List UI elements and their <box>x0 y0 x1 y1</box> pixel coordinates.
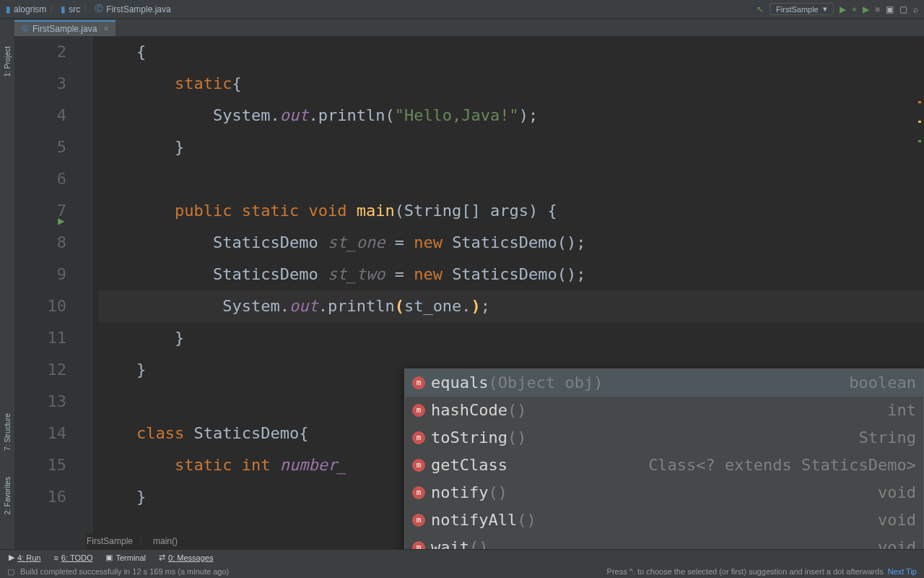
build-status: Build completed successfully in 12 s 169… <box>20 567 607 576</box>
line-number: 13 <box>14 386 66 418</box>
run-line-icon[interactable]: ▶ <box>58 205 65 237</box>
crumb-method[interactable]: main() <box>153 536 178 546</box>
chevron-right-icon: 〉 <box>83 3 92 15</box>
stop-icon[interactable]: ■ <box>875 4 880 14</box>
line-number: 12 <box>14 354 66 386</box>
method-icon: m <box>412 376 425 389</box>
tool-todo[interactable]: ≡ 6: TODO <box>53 553 92 562</box>
next-tip-link[interactable]: Next Tip <box>888 567 917 576</box>
build-icon[interactable]: ↖ <box>757 4 764 14</box>
method-icon: m <box>412 404 425 417</box>
breadcrumb-file[interactable]: FirstSample.java <box>106 4 170 14</box>
error-stripe <box>918 101 921 142</box>
code-completion-popup[interactable]: mequals(Object obj)booleanmhashCode()int… <box>404 368 924 578</box>
completion-item[interactable]: mnotify()void <box>405 479 923 506</box>
gutter: 23456▶78910111213141516 <box>14 36 79 549</box>
left-tool-rail: 1: Project 7: Structure 2: Favorites <box>0 19 14 549</box>
folder-icon: ▮ <box>6 4 11 14</box>
completion-item[interactable]: mhashCode()int <box>405 397 923 424</box>
sidebar-favorites[interactable]: 2: Favorites <box>2 471 13 520</box>
editor[interactable]: 23456▶78910111213141516 { static{ System… <box>14 36 924 549</box>
editor-tabs: Ⓒ FirstSample.java × <box>14 19 924 36</box>
code-line[interactable]: StaticsDemo st_one = new StaticsDemo(); <box>98 227 924 259</box>
run-config-name: FirstSample <box>776 5 819 14</box>
editor-area: Ⓒ FirstSample.java × 23456▶7891011121314… <box>14 19 924 549</box>
code-line[interactable]: System.out.println("Hello,Java!"); <box>98 100 924 131</box>
tab-label: FirstSample.java <box>32 24 97 34</box>
code-breadcrumbs: FirstSample 〉 main() <box>87 533 178 549</box>
method-icon: m <box>412 459 425 472</box>
status-bar: ▢ Build completed successfully in 12 s 1… <box>0 565 924 578</box>
line-number: 2 <box>14 36 66 68</box>
line-number: 3 <box>14 68 66 100</box>
code-line[interactable]: System.out.println(st_one.); <box>98 290 924 322</box>
class-icon: Ⓒ <box>95 3 103 15</box>
method-icon: m <box>412 431 425 444</box>
class-icon: Ⓒ <box>22 24 29 34</box>
code-line[interactable]: static{ <box>98 68 924 100</box>
search-icon[interactable]: ⌕ <box>913 4 918 14</box>
layout-icon[interactable]: ▣ <box>886 4 894 14</box>
top-actions: ↖ FirstSample ▾ ▶ ⌖ ▶ ■ ▣ ▢ ⌕ <box>757 3 918 15</box>
method-icon: m <box>412 486 425 499</box>
top-bar: ▮ alogrism 〉 ▮ src 〉 Ⓒ FirstSample.java … <box>0 0 924 19</box>
coverage-icon[interactable]: ▶ <box>863 4 869 14</box>
tip-text: Press ^. to choose the selected (or firs… <box>607 567 884 576</box>
fold-column <box>79 36 92 549</box>
tool-run[interactable]: ▶ 4: Run <box>9 553 40 562</box>
code-line[interactable]: StaticsDemo st_two = new StaticsDemo(); <box>98 259 924 290</box>
method-icon: m <box>412 514 425 527</box>
run-config-selector[interactable]: FirstSample ▾ <box>770 3 834 15</box>
sidebar-structure[interactable]: 7: Structure <box>2 407 13 457</box>
code-line[interactable]: } <box>98 131 924 163</box>
line-number: 11 <box>14 322 66 354</box>
chevron-right-icon: 〉 <box>49 3 58 15</box>
crumb-class[interactable]: FirstSample <box>87 536 133 546</box>
line-number: 15 <box>14 449 66 481</box>
breadcrumb: ▮ alogrism 〉 ▮ src 〉 Ⓒ FirstSample.java <box>6 3 757 15</box>
line-number: 6 <box>14 163 66 195</box>
tool-terminal[interactable]: ▣ Terminal <box>105 553 146 562</box>
breadcrumb-project[interactable]: alogrism <box>14 4 46 14</box>
line-number: 4 <box>14 100 66 131</box>
code-line[interactable] <box>98 163 924 195</box>
line-number: 14 <box>14 418 66 449</box>
bottom-tool-bar: ▶ 4: Run ≡ 6: TODO ▣ Terminal ⇄ 0: Messa… <box>0 549 924 565</box>
editor-tab[interactable]: Ⓒ FirstSample.java × <box>14 20 116 36</box>
completion-item[interactable]: mtoString()String <box>405 424 923 452</box>
completion-item[interactable]: mnotifyAll()void <box>405 506 923 534</box>
code-line[interactable]: { <box>98 36 924 68</box>
completion-item[interactable]: mequals(Object obj)boolean <box>405 369 923 397</box>
code-line[interactable]: public static void main(String[] args) { <box>98 195 924 227</box>
line-number: 5 <box>14 131 66 163</box>
sidebar-project[interactable]: 1: Project <box>2 40 13 82</box>
status-icon[interactable]: ▢ <box>7 567 14 577</box>
line-number: 10 <box>14 290 66 322</box>
debug-icon[interactable]: ⌖ <box>852 4 857 14</box>
tool-messages[interactable]: ⇄ 0: Messages <box>159 553 213 562</box>
chevron-right-icon: 〉 <box>139 535 147 548</box>
close-icon[interactable]: × <box>103 24 108 34</box>
chevron-down-icon: ▾ <box>823 4 827 14</box>
settings-icon[interactable]: ▢ <box>899 4 907 14</box>
folder-icon: ▮ <box>61 4 66 14</box>
code-line[interactable]: } <box>98 322 924 354</box>
breadcrumb-folder[interactable]: src <box>69 4 80 14</box>
line-number: 9 <box>14 259 66 290</box>
line-number: 16 <box>14 481 66 513</box>
run-icon[interactable]: ▶ <box>840 4 846 14</box>
completion-item[interactable]: mgetClassClass<? extends StaticsDemo> <box>405 452 923 479</box>
